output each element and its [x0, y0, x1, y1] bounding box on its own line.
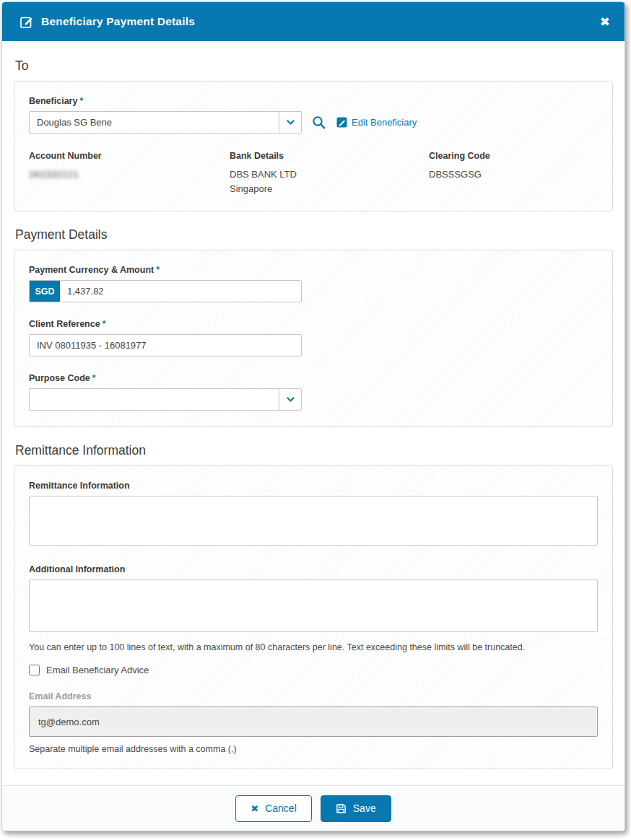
cancel-button[interactable]: ✖ Cancel: [235, 795, 312, 822]
remittance-section-heading: Remittance Information: [15, 443, 613, 458]
purpose-code-label: Purpose Code*: [29, 373, 598, 383]
remittance-info-textarea[interactable]: [29, 496, 598, 546]
required-marker: *: [156, 265, 160, 275]
chevron-down-icon[interactable]: [279, 112, 301, 133]
modal-body: To Beneficiary* Douglas SG Bene: [2, 41, 625, 785]
payment-details-panel: Payment Currency & Amount* SGD Client Re…: [14, 250, 613, 427]
beneficiary-details: Account Number 262332121 Bank Details DB…: [29, 151, 598, 196]
purpose-code-select-value: [30, 389, 279, 410]
bank-details-field: Bank Details DBS BANK LTD Singapore: [230, 151, 429, 196]
edit-beneficiary-icon: [336, 117, 347, 128]
required-marker: *: [92, 373, 96, 383]
currency-amount-group: Payment Currency & Amount* SGD: [29, 265, 598, 302]
save-button[interactable]: Save: [321, 795, 391, 822]
clearing-code-label: Clearing Code: [429, 151, 598, 161]
payment-details-heading: Payment Details: [15, 227, 613, 242]
required-marker: *: [103, 319, 106, 329]
close-icon[interactable]: ✖: [600, 16, 610, 28]
edit-pencil-square-icon: [19, 14, 34, 29]
required-marker: *: [79, 96, 83, 106]
email-separator-help: Separate multiple email addresses with a…: [29, 744, 598, 754]
search-icon[interactable]: [312, 115, 326, 130]
additional-info-label: Additional Information: [29, 564, 598, 574]
bank-details-value: DBS BANK LTD Singapore: [230, 167, 429, 196]
clearing-code-value: DBSSSGSG: [429, 167, 598, 182]
beneficiary-row: Douglas SG Bene Edit Beneficiary: [29, 111, 598, 134]
email-beneficiary-advice-label[interactable]: Email Beneficiary Advice: [46, 665, 149, 675]
bank-details-label: Bank Details: [230, 151, 429, 161]
account-number-label: Account Number: [29, 151, 230, 161]
amount-input[interactable]: [60, 281, 301, 302]
client-reference-input[interactable]: [29, 334, 302, 356]
beneficiary-payment-details-modal: Beneficiary Payment Details ✖ To Benefic…: [1, 1, 625, 831]
remittance-panel: Remittance Information Additional Inform…: [14, 465, 613, 769]
email-address-label: Email Address: [29, 691, 598, 701]
to-panel: Beneficiary* Douglas SG Bene: [14, 81, 613, 211]
additional-info-textarea[interactable]: [29, 579, 598, 632]
beneficiary-label: Beneficiary*: [29, 96, 598, 106]
remittance-info-label: Remittance Information: [29, 481, 598, 491]
client-reference-label: Client Reference*: [29, 319, 598, 329]
clearing-code-field: Clearing Code DBSSSGSG: [429, 151, 598, 196]
email-beneficiary-advice-checkbox[interactable]: [29, 665, 40, 675]
purpose-code-select[interactable]: [29, 388, 302, 411]
purpose-code-group: Purpose Code*: [29, 373, 598, 411]
cancel-x-icon: ✖: [251, 803, 258, 814]
modal-footer: ✖ Cancel Save: [2, 785, 625, 831]
account-number-field: Account Number 262332121: [29, 151, 230, 196]
email-address-input: [29, 706, 598, 737]
account-number-value: 262332121: [29, 167, 230, 182]
modal-header: Beneficiary Payment Details ✖: [2, 2, 625, 41]
modal-title: Beneficiary Payment Details: [41, 15, 195, 28]
email-advice-row: Email Beneficiary Advice: [29, 665, 598, 675]
client-reference-group: Client Reference*: [29, 319, 598, 356]
edit-beneficiary-link[interactable]: Edit Beneficiary: [336, 117, 417, 128]
to-section-heading: To: [15, 58, 613, 74]
beneficiary-select-value: Douglas SG Bene: [30, 112, 279, 133]
currency-amount-label: Payment Currency & Amount*: [29, 265, 598, 275]
text-limits-help: You can enter up to 100 lines of text, w…: [29, 642, 598, 652]
chevron-down-icon[interactable]: [279, 389, 301, 410]
currency-tag: SGD: [30, 281, 60, 302]
beneficiary-select[interactable]: Douglas SG Bene: [29, 111, 302, 134]
save-floppy-icon: [336, 803, 347, 814]
currency-amount-inputgroup: SGD: [29, 280, 302, 302]
edit-beneficiary-label: Edit Beneficiary: [352, 117, 417, 128]
